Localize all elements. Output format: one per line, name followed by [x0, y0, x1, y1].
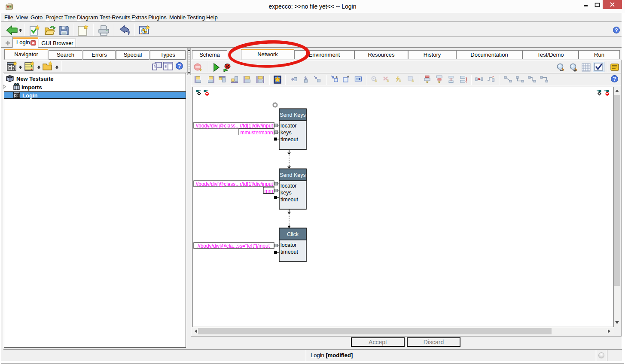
svg-text:locator: locator: [280, 242, 297, 248]
svg-text:?: ?: [492, 76, 494, 79]
svg-text://body/div[@class...r/td[1]/di: //body/div[@class...r/td[1]/div/input: [196, 123, 274, 129]
svg-text:?: ?: [615, 27, 618, 33]
svg-text:timeout: timeout: [280, 249, 299, 255]
svg-text:Send Keys: Send Keys: [280, 172, 305, 178]
svg-text:locator: locator: [280, 183, 297, 189]
svg-text:keys: keys: [280, 130, 292, 136]
svg-text:keys: keys: [280, 190, 292, 196]
svg-text://body/div[@cla...ss="left"]/i: //body/div[@cla...ss="left"]/input: [198, 243, 270, 249]
svg-text:mmustermann: mmustermann: [241, 130, 273, 136]
svg-text://body/div[@class...r/td[1]/di: //body/div[@class...r/td[1]/div/input: [196, 181, 274, 187]
svg-text:?: ?: [613, 76, 616, 82]
svg-text:?: ?: [178, 63, 181, 69]
svg-text:Send Keys: Send Keys: [280, 112, 305, 118]
svg-text:locator: locator: [280, 123, 297, 129]
svg-text:mm: mm: [265, 188, 273, 194]
svg-text:timeout: timeout: [280, 136, 299, 143]
svg-text:timeout: timeout: [280, 197, 299, 203]
svg-text:Click: Click: [287, 231, 299, 237]
